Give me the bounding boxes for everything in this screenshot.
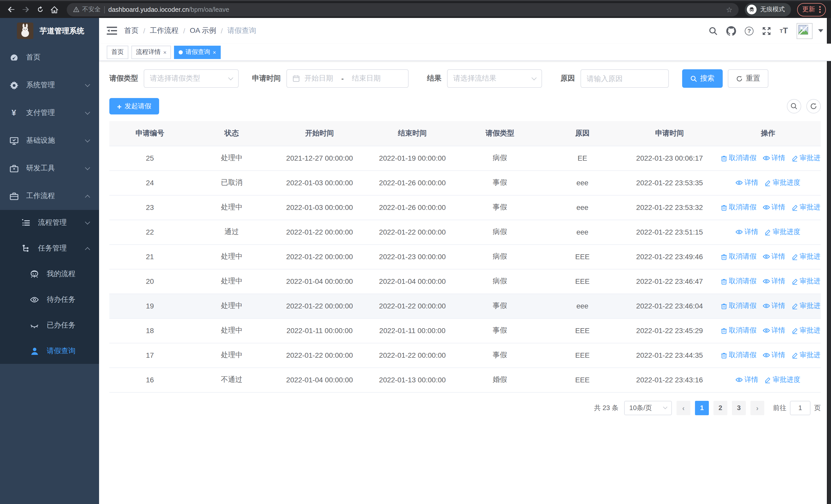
reset-button[interactable]: 重置: [728, 69, 768, 88]
sidebar-item-7[interactable]: 任务管理: [0, 236, 99, 261]
leave-type-select[interactable]: 请选择请假类型: [144, 69, 239, 88]
progress-action-link[interactable]: 审批进度: [792, 301, 821, 310]
sidebar-collapse-icon[interactable]: [107, 26, 117, 36]
detail-action-link[interactable]: 详情: [763, 301, 785, 310]
sidebar-item-4[interactable]: 研发工具: [0, 154, 99, 182]
avatar[interactable]: [797, 23, 812, 39]
browser-home-button[interactable]: [48, 3, 61, 16]
cancel-action-link[interactable]: 取消请假: [721, 326, 756, 335]
sidebar-item-8[interactable]: 我的流程: [0, 261, 99, 287]
bookmark-star-icon[interactable]: ☆: [726, 5, 733, 13]
progress-action-link[interactable]: 审批进度: [792, 326, 821, 335]
avatar-caret-icon[interactable]: [818, 29, 823, 32]
action-label: 详情: [771, 153, 785, 162]
sidebar-item-9[interactable]: 待办任务: [0, 287, 99, 313]
tag-close-icon[interactable]: ×: [163, 49, 167, 55]
help-icon[interactable]: ?: [745, 26, 753, 35]
header-search-icon[interactable]: [709, 26, 718, 35]
page-size-select[interactable]: 10条/页: [624, 401, 672, 415]
tag-0[interactable]: 首页: [107, 46, 128, 59]
address-bar[interactable]: 不安全 dashboard.yudao.iocoder.cn/bpm/oa/le…: [67, 3, 739, 16]
cell-type: 事假: [459, 195, 541, 220]
sidebar-item-3[interactable]: 基础设施: [0, 127, 99, 154]
refresh-table-button[interactable]: [806, 99, 821, 113]
detail-action-link[interactable]: 详情: [763, 153, 785, 162]
toggle-search-button[interactable]: [787, 99, 801, 113]
cell-id: 18: [109, 318, 191, 343]
detail-action-link[interactable]: 详情: [763, 252, 785, 261]
start-date-placeholder[interactable]: 开始日期: [305, 74, 333, 83]
cell-apply: 2022-01-22 23:46:04: [624, 294, 716, 318]
kebab-menu-icon[interactable]: [819, 6, 821, 13]
cancel-action-link[interactable]: 取消请假: [721, 301, 756, 310]
cell-start: 2022-01-22 00:00:00: [273, 343, 366, 367]
detail-action-link[interactable]: 详情: [763, 203, 785, 212]
detail-action-link[interactable]: 详情: [736, 178, 758, 187]
browser-update-menu[interactable]: 更新: [797, 3, 826, 16]
breadcrumb-item-0[interactable]: 首页: [124, 26, 139, 35]
calendar-icon: [292, 75, 300, 82]
page-buttons: 123: [695, 401, 746, 415]
url-text[interactable]: dashboard.yudao.iocoder.cn/bpm/oa/leave: [108, 6, 722, 13]
tag-2[interactable]: 请假查询×: [174, 46, 221, 59]
page-button-2[interactable]: 2: [713, 401, 727, 415]
cancel-action-link[interactable]: 取消请假: [721, 277, 756, 286]
detail-action-link[interactable]: 详情: [763, 350, 785, 359]
security-indicator[interactable]: 不安全: [73, 5, 101, 14]
action-label: 详情: [771, 203, 785, 212]
cell-reason: EE: [541, 146, 624, 170]
table-row-24: 24已取消2022-01-03 00:00:002022-01-26 00:00…: [109, 170, 821, 195]
cancel-action-link[interactable]: 取消请假: [721, 203, 756, 212]
reason-input[interactable]: [587, 75, 663, 83]
breadcrumb-item-2[interactable]: OA 示例: [190, 26, 216, 35]
progress-action-link[interactable]: 审批进度: [792, 351, 821, 360]
detail-action-link[interactable]: 详情: [736, 227, 758, 236]
progress-action-link[interactable]: 审批进度: [792, 277, 821, 286]
sidebar-item-2[interactable]: ¥支付管理: [0, 99, 99, 127]
page-content: 请假类型 请选择请假类型 申请时间 开始日期 - 结束日期 结果 请选择流: [99, 61, 831, 504]
tag-close-icon[interactable]: ×: [213, 49, 216, 55]
browser-reload-button[interactable]: [34, 3, 46, 16]
progress-action-link[interactable]: 审批进度: [765, 227, 800, 237]
table-row-25: 25处理中2021-12-27 00:00:002022-01-19 00:00…: [109, 146, 821, 170]
progress-action-link[interactable]: 审批进度: [792, 203, 821, 212]
sidebar-item-11[interactable]: 请假查询: [0, 338, 99, 364]
progress-action-link[interactable]: 审批进度: [792, 252, 821, 261]
toolbox-icon: [9, 164, 19, 173]
create-leave-button[interactable]: + 发起请假: [109, 98, 159, 114]
progress-action-link[interactable]: 审批进度: [765, 178, 800, 187]
progress-action-link[interactable]: 审批进度: [765, 375, 800, 384]
sidebar-item-6[interactable]: 流程管理: [0, 210, 99, 236]
cancel-action-link[interactable]: 取消请假: [721, 252, 756, 261]
font-size-icon[interactable]: TT: [780, 26, 788, 35]
detail-action-link[interactable]: 详情: [763, 276, 785, 286]
end-date-placeholder[interactable]: 结束日期: [352, 74, 381, 83]
search-button[interactable]: 搜索: [682, 69, 723, 88]
page-button-3[interactable]: 3: [732, 401, 746, 415]
prev-page-button[interactable]: ‹: [677, 401, 690, 415]
pen-icon: [765, 179, 771, 186]
page-button-1[interactable]: 1: [695, 401, 709, 415]
sidebar-item-5[interactable]: 工作流程: [0, 182, 99, 210]
cell-start: 2022-01-22 00:00:00: [273, 294, 366, 318]
breadcrumb-item-1[interactable]: 工作流程: [150, 26, 179, 35]
page-scrollbar[interactable]: [827, 18, 831, 504]
browser-back-button[interactable]: [5, 3, 18, 16]
goto-page-input[interactable]: [790, 401, 810, 415]
github-icon[interactable]: [726, 26, 736, 36]
tag-1[interactable]: 流程详情×: [132, 46, 171, 59]
browser-forward-button[interactable]: [20, 3, 32, 16]
cancel-action-link[interactable]: 取消请假: [721, 351, 756, 360]
sidebar-item-1[interactable]: 系统管理: [0, 71, 99, 99]
next-page-button[interactable]: ›: [750, 401, 764, 415]
cancel-action-link[interactable]: 取消请假: [721, 153, 756, 163]
apply-date-range-picker[interactable]: 开始日期 - 结束日期: [286, 69, 408, 88]
detail-action-link[interactable]: 详情: [763, 326, 785, 335]
sidebar-item-0[interactable]: 首页: [0, 43, 99, 71]
sidebar-item-10[interactable]: 已办任务: [0, 313, 99, 338]
result-select[interactable]: 请选择流结果: [447, 69, 542, 88]
fullscreen-icon[interactable]: [762, 26, 771, 35]
detail-action-link[interactable]: 详情: [736, 375, 758, 384]
table-row-19: 19处理中2022-01-22 00:00:002022-01-22 00:00…: [109, 294, 821, 318]
progress-action-link[interactable]: 审批进度: [792, 153, 821, 163]
